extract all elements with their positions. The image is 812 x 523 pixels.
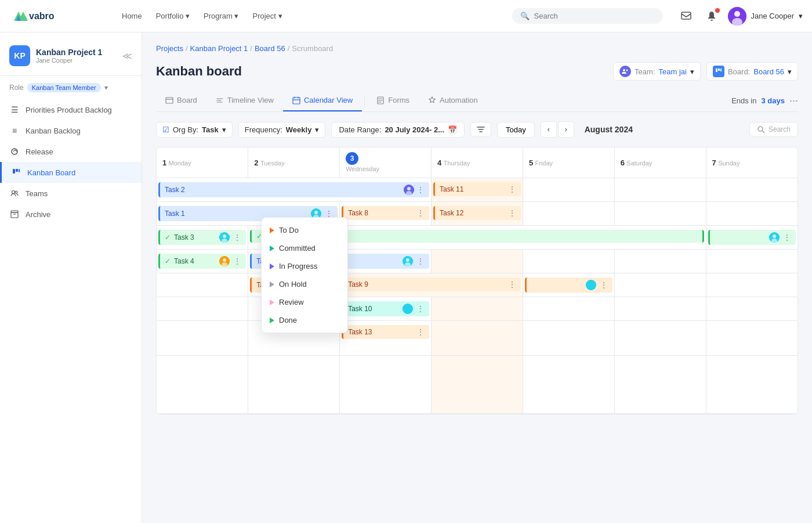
task10-menu[interactable]: ⋮ — [416, 304, 425, 313]
calendar-toolbar: ☑ Org By: Task ▾ Frequency: Weekly ▾ Dat… — [156, 121, 798, 138]
nav-project[interactable]: Project ▾ — [246, 8, 288, 24]
nav-portfolio[interactable]: Portfolio ▾ — [150, 8, 195, 24]
mon-empty-5 — [157, 273, 248, 297]
nav-program[interactable]: Program ▾ — [198, 8, 244, 24]
tab-separator — [364, 95, 365, 107]
tab-forms[interactable]: Forms — [367, 90, 419, 111]
task13-menu[interactable]: ⋮ — [416, 327, 425, 337]
board-dropdown-icon: ▾ — [788, 67, 792, 76]
breadcrumb-project[interactable]: Kanban Project 1 — [190, 44, 248, 53]
tue-empty-8 — [248, 356, 340, 414]
today-button[interactable]: Today — [497, 122, 535, 138]
done-icon — [270, 318, 274, 323]
board-selector[interactable]: Board: Board 56 ▾ — [706, 62, 798, 81]
task-bar-task13[interactable]: Task 13 ⋮ — [342, 325, 429, 339]
status-todo[interactable]: To Do — [262, 221, 347, 239]
svg-point-15 — [623, 69, 625, 71]
status-committed[interactable]: Committed — [262, 239, 347, 257]
sidebar-collapse-button[interactable]: ≪ — [122, 51, 132, 62]
status-review[interactable]: Review — [262, 293, 347, 311]
org-by-selector[interactable]: ☑ Org By: Task ▾ — [156, 122, 233, 138]
date-range-picker[interactable]: Date Range: 20 July 2024- 2... 📅 — [331, 122, 465, 138]
sidebar-navigation: ☰ Priorities Product Backlog ≡ Kanban Ba… — [0, 99, 142, 225]
svg-point-5 — [734, 11, 740, 17]
role-dropdown-icon[interactable]: ▾ — [104, 84, 108, 92]
sidebar-item-teams[interactable]: Teams — [0, 183, 142, 204]
tab-forms-label: Forms — [388, 96, 409, 104]
svg-rect-8 — [13, 169, 15, 174]
team-dropdown-icon: ▾ — [690, 67, 694, 76]
task-bar-task4[interactable]: ✓ Task 4 ⋮ — [158, 254, 246, 269]
task-bar-task9[interactable]: Task 9 ⋮ — [342, 277, 521, 291]
logo-icon: vabro — [9, 7, 61, 26]
breadcrumb-board[interactable]: Board 56 — [255, 44, 285, 53]
cal-search-text: Search — [768, 125, 791, 134]
role-badge[interactable]: Kanban Team Member — [27, 83, 101, 92]
task-bar-task2[interactable]: Task 2 ⋮ — [158, 182, 429, 197]
task4-menu[interactable]: ⋮ — [233, 257, 241, 266]
tab-timeline[interactable]: Timeline View — [206, 90, 283, 111]
task2-menu[interactable]: ⋮ — [416, 185, 425, 194]
status-in-progress[interactable]: In Progress — [262, 257, 347, 275]
task-bar-task3[interactable]: ✓ Task 3 ⋮ — [158, 230, 246, 245]
svg-rect-13 — [11, 212, 18, 218]
tab-more-button[interactable]: ··· — [789, 95, 798, 107]
task5-menu[interactable]: ⋮ — [783, 233, 791, 242]
task12-menu[interactable]: ⋮ — [508, 208, 516, 218]
top-navigation: vabro Home Portfolio ▾ Program ▾ Project… — [0, 0, 812, 33]
sidebar-item-label: Release — [26, 147, 53, 156]
sidebar-item-kanban-board[interactable]: Kanban Board — [0, 162, 142, 183]
committed-icon — [270, 246, 274, 251]
org-by-value: Task — [202, 125, 219, 134]
calendar-search[interactable]: Calendar View Search — [749, 122, 798, 137]
in-progress-icon — [270, 264, 274, 269]
fri-empty-2 — [523, 202, 614, 226]
team-selector[interactable]: Team: Team jai ▾ — [613, 62, 701, 81]
task11-menu[interactable]: ⋮ — [508, 185, 516, 194]
notifications-icon[interactable] — [702, 7, 721, 26]
tab-board[interactable]: Board — [156, 90, 206, 111]
messages-icon[interactable] — [677, 7, 695, 26]
col-saturday: 6 Saturday — [614, 147, 706, 178]
filter-button[interactable] — [470, 122, 491, 137]
logo[interactable]: vabro — [9, 7, 102, 26]
prev-arrow[interactable]: ‹ — [541, 121, 557, 138]
tab-automation[interactable]: Automation — [419, 90, 487, 111]
sidebar-item-release[interactable]: Release — [0, 141, 142, 162]
status-done[interactable]: Done — [262, 311, 347, 329]
task-bar-task10[interactable]: Task 10 ⋮ — [342, 301, 429, 316]
date-label: Date Range: — [339, 125, 381, 134]
sat-empty-7 — [614, 321, 706, 356]
col-thursday: 4 Thursday — [432, 147, 523, 178]
search-input[interactable] — [534, 12, 655, 20]
view-tabs: Board Timeline View Calendar View Forms … — [156, 90, 798, 112]
nav-home[interactable]: Home — [116, 8, 148, 24]
task8-cell: Task 8 ⋮ — [340, 202, 432, 226]
task-bar-task11[interactable]: Task 11 ⋮ — [433, 182, 521, 196]
breadcrumb-projects[interactable]: Projects — [156, 44, 183, 53]
frequency-selector[interactable]: Frequency: Weekly ▾ — [238, 122, 326, 138]
svg-rect-21 — [293, 98, 300, 104]
task6-menu[interactable]: ⋮ — [416, 257, 425, 266]
tab-calendar[interactable]: Calendar View — [283, 90, 362, 111]
cal-search-icon — [757, 125, 765, 134]
sidebar-item-priorities[interactable]: ☰ Priorities Product Backlog — [0, 99, 142, 120]
task3-menu[interactable]: ⋮ — [233, 233, 241, 242]
task9-end-menu[interactable]: ⋮ — [600, 280, 608, 290]
status-on-hold[interactable]: On Hold — [262, 275, 347, 293]
task-bar-task12[interactable]: Task 12 ⋮ — [433, 206, 521, 220]
fri-empty-6 — [523, 297, 614, 321]
sidebar-item-backlog[interactable]: ≡ Kanban Backlog — [0, 120, 142, 141]
tab-board-label: Board — [177, 96, 197, 104]
sat-empty-2 — [614, 202, 706, 226]
task9-menu[interactable]: ⋮ — [508, 280, 516, 289]
next-arrow[interactable]: › — [558, 121, 574, 138]
timeline-tab-icon — [216, 96, 224, 104]
global-search[interactable]: 🔍 — [512, 8, 663, 24]
sidebar-role: Role Kanban Team Member ▾ — [0, 81, 142, 99]
day-name-1: Monday — [169, 160, 191, 167]
task8-menu[interactable]: ⋮ — [416, 208, 425, 218]
sidebar-item-archive[interactable]: Archive — [0, 204, 142, 225]
task-bar-task8[interactable]: Task 8 ⋮ — [342, 206, 429, 220]
user-menu[interactable]: Jane Cooper ▾ — [728, 7, 803, 26]
